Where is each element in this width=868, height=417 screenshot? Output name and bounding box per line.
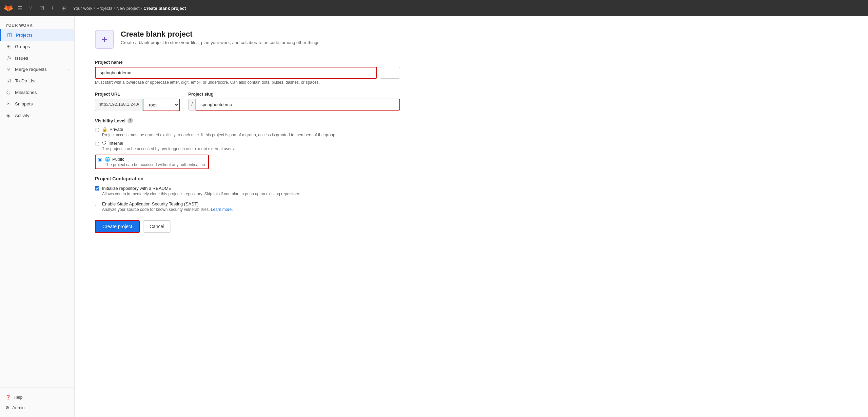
namespace-select-wrap: root (143, 99, 180, 111)
sast-learn-more-link[interactable]: Learn more. (211, 207, 233, 212)
merge-request-icon: ⑂ (29, 5, 33, 11)
namespace-select[interactable]: root (143, 99, 180, 111)
project-name-group: Project name Must start with a lowercase… (95, 60, 400, 85)
globe-icon: 🌐 (105, 157, 110, 162)
sidebar-item-label-groups: Groups (15, 44, 30, 49)
sidebar-item-projects[interactable]: ◫ Projects (0, 29, 74, 41)
project-name-row (95, 67, 400, 79)
grid-icon: ⊞ (61, 5, 66, 12)
projects-icon-button[interactable]: ⊞ (59, 4, 68, 13)
visibility-private-option: 🔒 Private Project access must be granted… (95, 127, 400, 137)
sidebar-item-admin[interactable]: ⚙ Admin (0, 402, 74, 413)
private-option-label[interactable]: 🔒 Private (102, 127, 336, 132)
issues-icon: ☑ (39, 5, 44, 12)
url-input-row: http://192.168.1.240/ root (95, 99, 180, 111)
create-project-button[interactable]: Create project (95, 220, 140, 233)
sidebar: Your work ◫ Projects ⊞ Groups ◎ Issues ⑂… (0, 16, 75, 417)
public-option-label[interactable]: 🌐 Public (105, 157, 206, 162)
slug-slash: / (188, 99, 196, 111)
projects-icon: ◫ (6, 32, 13, 38)
init-readme-content: Initialize repository with a README Allo… (102, 185, 300, 196)
main-content: ＋ Create blank project Create a blank pr… (75, 16, 868, 417)
visibility-private-radio[interactable] (95, 128, 99, 132)
visibility-public-radio[interactable] (98, 158, 102, 162)
project-name-label: Project name (95, 60, 400, 65)
sidebar-item-milestones[interactable]: ◇ Milestones (0, 86, 74, 98)
page-header-text: Create blank project Create a blank proj… (121, 30, 321, 45)
breadcrumb: Your work / Projects / New project / Cre… (73, 6, 186, 11)
sast-label[interactable]: Enable Static Application Security Testi… (102, 201, 198, 206)
plus-circle-icon: ＋ (100, 33, 109, 46)
snippets-icon: ✂ (5, 101, 12, 107)
page-title: Create blank project (121, 30, 321, 39)
init-readme-option: Initialize repository with a README Allo… (95, 185, 400, 196)
page-header: ＋ Create blank project Create a blank pr… (95, 30, 848, 49)
internal-option-desc: The project can be accessed by any logge… (102, 146, 235, 151)
project-name-extra-input[interactable] (380, 67, 400, 79)
main-layout: Your work ◫ Projects ⊞ Groups ◎ Issues ⑂… (0, 16, 868, 417)
init-readme-checkbox[interactable] (95, 186, 99, 191)
private-option-desc: Project access must be granted explicitl… (102, 133, 336, 137)
admin-icon: ⚙ (5, 405, 9, 410)
breadcrumb-projects[interactable]: Projects (96, 6, 112, 11)
sidebar-item-label-projects: Projects (16, 33, 33, 38)
sidebar-item-groups[interactable]: ⊞ Groups (0, 41, 74, 52)
shield-icon: 🛡 (102, 141, 106, 146)
project-url-label: Project URL (95, 92, 180, 97)
visibility-label-row: Visibility Level ? (95, 118, 400, 123)
create-project-form: Project name Must start with a lowercase… (95, 60, 400, 233)
gitlab-logo[interactable] (4, 3, 13, 13)
sidebar-bottom-label-admin: Admin (12, 405, 25, 410)
sidebar-item-issues[interactable]: ◎ Issues (0, 52, 74, 64)
internal-option-content: 🛡 Internal The project can be accessed b… (102, 141, 235, 151)
help-icon: ❓ (5, 395, 11, 400)
sidebar-item-label-milestones: Milestones (15, 90, 37, 95)
sast-checkbox[interactable] (95, 202, 99, 206)
init-readme-desc: Allows you to immediately clone this pro… (102, 192, 300, 196)
config-title: Project Configuration (95, 176, 400, 181)
visibility-help-icon[interactable]: ? (127, 118, 133, 123)
project-slug-group: Project slug / (188, 92, 400, 111)
visibility-group: Visibility Level ? 🔒 Private Project acc… (95, 118, 400, 169)
sast-content: Enable Static Application Security Testi… (102, 201, 233, 212)
project-name-input-wrap (95, 67, 377, 79)
sidebar-item-todo[interactable]: ☑ To-Do List (0, 75, 74, 86)
sidebar-item-label-issues: Issues (15, 56, 28, 61)
activity-icon: ◈ (5, 112, 12, 118)
sidebar-item-help[interactable]: ❓ Help (0, 392, 74, 402)
init-readme-label[interactable]: Initialize repository with a README (102, 186, 171, 191)
sidebar-section-label: Your work (0, 20, 74, 29)
cancel-button[interactable]: Cancel (143, 220, 171, 233)
visibility-internal-option: 🛡 Internal The project can be accessed b… (95, 141, 400, 151)
project-slug-label: Project slug (188, 92, 400, 97)
internal-option-label[interactable]: 🛡 Internal (102, 141, 235, 146)
sast-option: Enable Static Application Security Testi… (95, 201, 400, 212)
sidebar-item-label-todo: To-Do List (15, 78, 36, 83)
sidebar-toggle-button[interactable]: ☰ (16, 4, 24, 13)
plus-icon: + (51, 5, 55, 12)
milestones-icon: ◇ (5, 89, 12, 95)
breadcrumb-your-work[interactable]: Your work (73, 6, 93, 11)
new-item-button[interactable]: + (49, 3, 57, 13)
sast-desc: Analyze your source code for known secur… (102, 207, 233, 212)
merge-requests-icon: ⑂ (5, 66, 12, 72)
issues-icon: ◎ (5, 55, 12, 61)
visibility-internal-radio[interactable] (95, 142, 99, 146)
project-config-group: Project Configuration Initialize reposit… (95, 176, 400, 212)
merge-requests-nav-button[interactable]: ⑂ (27, 4, 35, 13)
project-slug-input[interactable] (196, 99, 400, 111)
breadcrumb-current: Create blank project (143, 6, 186, 11)
project-name-input[interactable] (95, 67, 377, 79)
sidebar-item-activity[interactable]: ◈ Activity (0, 110, 74, 121)
breadcrumb-new-project[interactable]: New project (116, 6, 140, 11)
sidebar-item-snippets[interactable]: ✂ Snippets (0, 98, 74, 110)
public-option-desc: The project can be accessed without any … (105, 162, 206, 167)
project-url-group: Project URL http://192.168.1.240/ root (95, 92, 180, 111)
lock-icon: 🔒 (102, 127, 107, 132)
topbar: ☰ ⑂ ☑ + ⊞ Your work / Projects / New pro… (0, 0, 868, 16)
sidebar-bottom: ❓ Help ⚙ Admin (0, 388, 74, 413)
sidebar-item-merge-requests[interactable]: ⑂ Merge requests › (0, 64, 74, 75)
issues-nav-button[interactable]: ☑ (37, 4, 46, 13)
groups-icon: ⊞ (5, 43, 12, 49)
page-header-icon: ＋ (95, 30, 114, 49)
